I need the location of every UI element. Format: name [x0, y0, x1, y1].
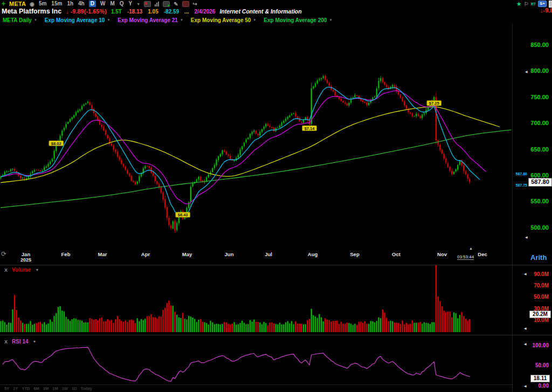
month-text: Oct — [392, 251, 401, 257]
volume-axis-label-70.0M: 70.0M — [513, 283, 549, 288]
timeframe-button-D[interactable]: D — [89, 1, 96, 7]
timeframe-button-1h[interactable]: 1h — [66, 1, 74, 7]
timeframe-button-W[interactable]: W — [100, 1, 106, 7]
legend-dropdown-icon[interactable]: ▼ — [329, 18, 332, 22]
range-button-1D[interactable]: 1D — [72, 386, 77, 391]
draw-pencil-icon[interactable]: ✎ — [174, 1, 178, 7]
scale-marker-icon: ◀ — [524, 384, 527, 388]
volume-axis-label-90.0M: 90.0M — [513, 271, 549, 277]
volume-dropdown-icon[interactable]: ▼ — [35, 268, 39, 272]
chart-settings-icon[interactable] — [144, 1, 151, 7]
clipped-toolbar-icon[interactable] — [549, 1, 552, 8]
layouts-icon[interactable] — [182, 1, 189, 7]
price-axis-label-500.00: 500.00 — [513, 224, 549, 231]
add-panel-icon[interactable]: + — [163, 1, 170, 7]
refresh-icon[interactable]: ⟳ — [1, 250, 6, 258]
price-axis-label-550.00: 550.00 — [513, 198, 549, 204]
series-legend: META Daily▼Exp Moving Average 10▼Exp Mov… — [3, 16, 542, 24]
quote-stat-5: 2/4/2026 — [194, 9, 215, 15]
timeframe-button-15m[interactable]: 15m — [51, 1, 63, 7]
legend-dropdown-icon[interactable]: ▼ — [253, 18, 256, 22]
timeframe-button-Y[interactable]: Y — [128, 1, 133, 7]
range-button-1W[interactable]: 1W — [62, 386, 68, 391]
legend-item-label: Exp Moving Average 200 — [264, 17, 327, 23]
volume-pane-header: X Volume ▼ — [4, 267, 39, 273]
last-volume-box: 20.2M — [529, 311, 551, 318]
legend-item-0[interactable]: META Daily▼ — [3, 17, 37, 23]
legend-item-label: META Daily — [3, 17, 32, 23]
symbol-ticker[interactable]: META — [9, 1, 26, 7]
realtime-label: RT — [531, 2, 536, 6]
legend-item-3[interactable]: Exp Moving Average 50▼ — [191, 17, 256, 23]
scale-type-label[interactable]: Arith — [530, 253, 547, 262]
quote-stat-0: 1.5T — [111, 9, 122, 15]
rsi-axis-label-0.00: 0.00 — [513, 383, 549, 389]
legend-item-1[interactable]: Exp Moving Average 10▼ — [45, 17, 110, 23]
rsi-pane-header: X RSI 14 ▼ — [4, 339, 37, 345]
main-toolbar: + META ◉ 5m15m1h4hDWMQY ▼ + ✎ ↪ — [0, 0, 552, 8]
ask-price: 587.75 — [511, 183, 527, 187]
month-label-Oct: Oct — [384, 251, 408, 257]
realtime-flag-icon: ⚐ — [524, 1, 529, 7]
scale-divider — [512, 24, 513, 392]
rsi-dropdown-icon[interactable]: ▼ — [33, 340, 37, 343]
legend-item-label: Exp Moving Average 50 — [191, 17, 251, 23]
range-button-3M[interactable]: 3M — [43, 386, 49, 391]
timeframe-buttons: 5m15m1h4hDWMQY — [38, 1, 133, 7]
timeframe-button-Q[interactable]: Q — [119, 1, 125, 7]
range-button-1M[interactable]: 1M — [52, 386, 58, 391]
month-label-Apr: Apr — [134, 251, 157, 257]
legend-item-label: Exp Moving Average 21 — [118, 17, 178, 23]
legend-item-2[interactable]: Exp Moving Average 21▼ — [118, 17, 183, 23]
add-symbol-icon[interactable]: + — [2, 0, 5, 8]
legend-dropdown-icon[interactable]: ▼ — [34, 18, 37, 22]
month-text: Jun — [225, 251, 234, 257]
month-text: Dec — [478, 251, 487, 257]
quote-stat-2: 1.05 — [148, 9, 158, 15]
month-text: Mar — [98, 251, 107, 257]
range-button-6M[interactable]: 6M — [33, 386, 39, 391]
month-text: Sep — [350, 251, 359, 257]
timeframe-button-M[interactable]: M — [109, 1, 115, 7]
year-text: 2025 — [14, 257, 38, 263]
scale-marker-icon: ◀ — [524, 272, 527, 276]
last-price-box: 587.80 — [528, 178, 552, 187]
scale-marker-icon: ◀ — [525, 70, 528, 73]
price-axis-label-650.00: 650.00 — [513, 146, 549, 153]
price-chart[interactable]: $8.02$6.43$7.14$7.25 — [0, 24, 512, 249]
rsi-chart[interactable] — [0, 335, 512, 392]
month-text: Feb — [61, 251, 71, 257]
stream-plus-badge[interactable]: S+ — [538, 1, 547, 7]
rsi-close-button[interactable]: X — [4, 339, 8, 345]
legend-item-4[interactable]: Exp Moving Average 200▼ — [264, 17, 332, 23]
range-button-YTD[interactable]: YTD — [22, 386, 30, 391]
range-button-Today[interactable]: Today — [80, 386, 92, 391]
sector-label: Internet Content & Information — [219, 8, 301, 15]
rsi-axis-label-100.00: 100.00 — [513, 342, 549, 348]
news-icon[interactable]: ◉ — [30, 1, 34, 7]
scroll-indicator-icon[interactable]: ▲ — [469, 246, 473, 250]
price-axis-label-800.00: 800.00 — [513, 67, 549, 74]
legend-dropdown-icon[interactable]: ▼ — [180, 18, 183, 22]
svg-text:$7.25: $7.25 — [429, 101, 439, 106]
month-text: May — [182, 251, 192, 257]
legend-dropdown-icon[interactable]: ▼ — [107, 18, 110, 22]
range-button-1Y[interactable]: 1Y — [13, 386, 18, 391]
month-label-Jul: Jul — [257, 251, 280, 257]
quote-stat-1: -18.13 — [127, 9, 142, 15]
rsi-pane-title[interactable]: RSI 14 — [12, 339, 29, 345]
indicator-bars-icon[interactable] — [155, 2, 159, 6]
month-text: Apr — [141, 251, 150, 257]
favorite-star-icon[interactable]: ★ — [516, 1, 522, 8]
company-name: Meta Platforms Inc — [2, 8, 61, 15]
timeframe-dropdown-icon[interactable]: ▼ — [136, 2, 140, 6]
share-icon[interactable]: ↪ — [193, 1, 197, 7]
timeframe-button-4h[interactable]: 4h — [78, 1, 85, 7]
month-label-Nov: Nov — [430, 251, 454, 257]
volume-chart[interactable] — [0, 265, 512, 335]
volume-close-button[interactable]: X — [4, 267, 8, 273]
timeframe-button-5m[interactable]: 5m — [38, 1, 47, 7]
price-axis-label-750.00: 750.00 — [513, 94, 549, 100]
volume-pane-title[interactable]: Volume — [12, 267, 31, 273]
range-button-5Y[interactable]: 5Y — [4, 386, 9, 391]
